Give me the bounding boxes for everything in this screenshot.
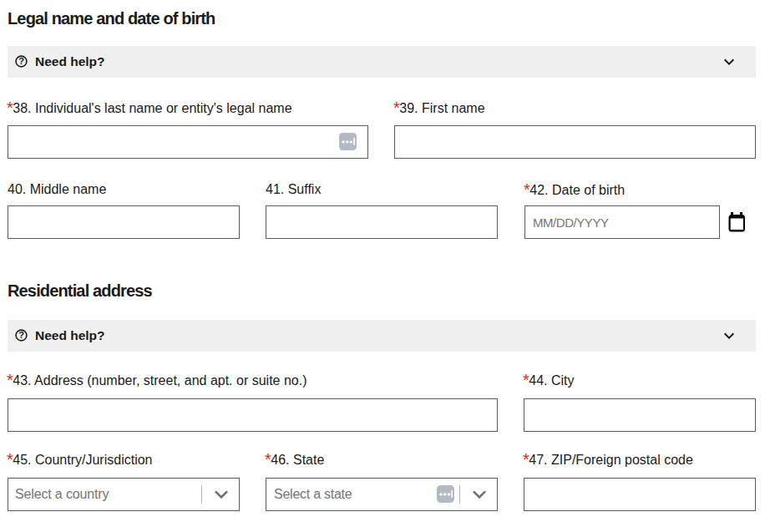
svg-text:?: ? (18, 330, 24, 340)
svg-text:?: ? (18, 56, 24, 66)
